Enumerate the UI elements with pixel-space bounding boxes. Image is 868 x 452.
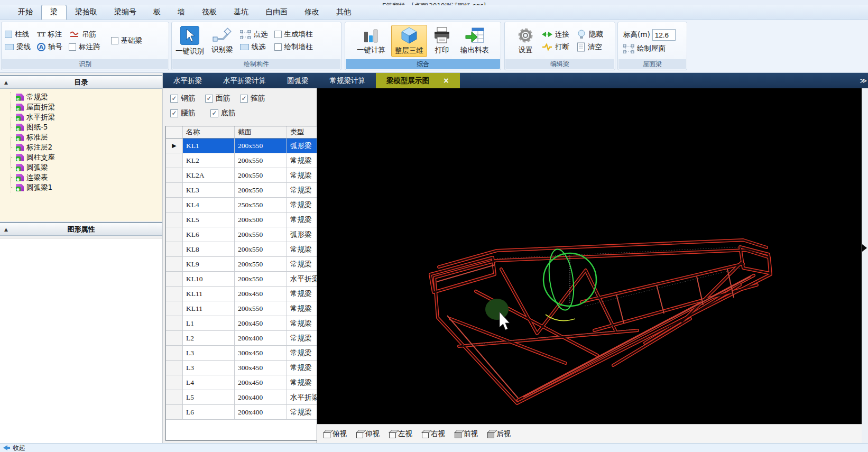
annotate-button[interactable]: TT 标注: [37, 30, 62, 39]
one-key-calc-button[interactable]: 一键计算: [353, 25, 389, 57]
bottom-view-button[interactable]: 仰视: [354, 428, 382, 440]
draw-wall-column-checkbox[interactable]: 绘制墙柱: [274, 42, 313, 52]
checkbox-checked-icon[interactable]: [170, 95, 178, 103]
menu-other[interactable]: 其他: [328, 5, 359, 20]
table-row[interactable]: L5200x400水平折梁: [166, 390, 317, 405]
checkbox-checked-icon[interactable]: [205, 95, 213, 103]
table-row[interactable]: KL11200x550常规梁: [166, 301, 317, 316]
draw-roof-button[interactable]: 绘制屋面: [620, 44, 666, 53]
draw-wall-column-checkbox-icon[interactable]: [274, 43, 282, 51]
column-header-section[interactable]: 截面: [235, 126, 287, 138]
collapse-label[interactable]: 收起: [13, 444, 25, 452]
output-material-table-button[interactable]: 输出料表: [457, 25, 493, 57]
span-annotate-checkbox-icon[interactable]: [69, 43, 76, 51]
settings-button[interactable]: 设置: [513, 25, 538, 57]
tree-item[interactable]: e屋面折梁: [11, 102, 162, 112]
filter-waist-rebar[interactable]: 腰筋: [170, 108, 313, 118]
span-annotate-checkbox[interactable]: 标注跨: [69, 42, 100, 52]
table-row[interactable]: L2200x400常规梁: [166, 331, 317, 346]
tree-item[interactable]: e圆弧梁1: [11, 182, 162, 192]
tab-arc-beam[interactable]: 圆弧梁: [276, 73, 319, 88]
point-select-button[interactable]: 点选: [240, 30, 268, 39]
full-floor-3d-button[interactable]: 整层三维: [391, 25, 427, 57]
graphic-properties-header[interactable]: ▲ 图形属性: [0, 222, 162, 236]
hide-button[interactable]: 隐藏: [577, 30, 603, 39]
menu-beam-pick[interactable]: 梁拾取: [67, 5, 106, 20]
menu-beam-number[interactable]: 梁编号: [106, 5, 145, 20]
tree-item[interactable]: e圆弧梁: [11, 162, 162, 172]
column-header-name[interactable]: 名称: [183, 126, 235, 138]
column-header-type[interactable]: 类型: [287, 126, 317, 138]
table-row[interactable]: KL6200x550弧形梁: [166, 227, 317, 242]
print-button[interactable]: 打印: [429, 25, 455, 57]
table-row[interactable]: L1200x450常规梁: [166, 316, 317, 331]
tree-item[interactable]: e水平折梁: [11, 112, 162, 122]
column-line-button[interactable]: 柱线: [5, 30, 31, 39]
tab-horizontal-fold-beam-calc[interactable]: 水平折梁计算: [213, 73, 276, 88]
tree-item[interactable]: e标注层2: [11, 142, 162, 152]
left-view-button[interactable]: 左视: [387, 428, 414, 440]
menu-wall[interactable]: 墙: [169, 5, 193, 20]
menu-modify[interactable]: 修改: [296, 5, 328, 20]
tab-close-icon[interactable]: ×: [443, 73, 449, 88]
tree-item[interactable]: e常规梁: [11, 92, 162, 102]
menu-start[interactable]: 开始: [10, 5, 41, 20]
tree-item[interactable]: e圆柱支座: [11, 152, 162, 162]
one-key-recognize-button[interactable]: 一键识别: [172, 24, 208, 58]
generate-wall-column-checkbox-icon[interactable]: [274, 31, 282, 38]
tab-overflow-chevron-icon[interactable]: ≫: [860, 73, 867, 88]
front-view-button[interactable]: 前视: [453, 428, 480, 440]
recognize-beam-button[interactable]: 识别梁: [208, 26, 237, 56]
catalog-panel-header[interactable]: ▲ 目录: [0, 75, 162, 89]
connect-button[interactable]: 连接: [542, 30, 569, 39]
beam-line-button[interactable]: 梁线: [5, 42, 31, 52]
table-row[interactable]: KL8200x550常规梁: [166, 242, 317, 257]
menu-pit[interactable]: 基坑: [225, 5, 257, 20]
table-row[interactable]: KL1200x550弧形梁: [166, 139, 317, 153]
table-row[interactable]: L6200x400常规梁: [166, 405, 317, 420]
elevation-input[interactable]: [652, 29, 676, 41]
checkbox-checked-icon[interactable]: [210, 109, 218, 117]
table-row[interactable]: L4200x450常规梁: [166, 375, 317, 390]
tree-item[interactable]: e图纸-5: [11, 122, 162, 132]
table-row[interactable]: KL9200x550常规梁: [166, 257, 317, 272]
menu-freedraw[interactable]: 自由画: [257, 5, 296, 20]
table-row[interactable]: KL3200x550常规梁: [166, 183, 317, 198]
model-3d-viewport[interactable]: [317, 88, 862, 424]
hanger-rebar-button[interactable]: 吊筋: [69, 30, 100, 39]
collapse-up-icon[interactable]: ▲: [4, 76, 8, 89]
line-select-button[interactable]: 线选: [240, 42, 268, 52]
tab-beam-model-view[interactable]: 梁模型展示图 ×: [376, 73, 460, 88]
filter-bottom-rebar[interactable]: 底筋: [210, 108, 236, 118]
menu-slab[interactable]: 板: [145, 5, 169, 20]
flyout-arrow-icon[interactable]: [862, 244, 867, 252]
menu-beam[interactable]: 梁: [41, 5, 67, 20]
tree-item[interactable]: e连梁表: [11, 172, 162, 182]
tree-item[interactable]: e标准层: [11, 132, 162, 142]
collapse-up-icon[interactable]: ▲: [4, 223, 8, 236]
foundation-beam-checkbox[interactable]: 基础梁: [111, 36, 143, 45]
break-button[interactable]: 打断: [542, 42, 569, 52]
filter-stirrup[interactable]: 箍筋: [240, 94, 265, 103]
checkbox-checked-icon[interactable]: [170, 109, 178, 117]
clear-button[interactable]: 清空: [577, 42, 603, 52]
axis-number-button[interactable]: A 轴号: [37, 42, 62, 52]
table-row[interactable]: KL2A200x550常规梁: [166, 168, 317, 183]
foundation-beam-checkbox-icon[interactable]: [111, 37, 118, 44]
filter-steel-rebar[interactable]: 钢筋: [170, 94, 196, 103]
checkbox-checked-icon[interactable]: [240, 95, 248, 103]
table-row[interactable]: L3300x450常规梁: [166, 346, 317, 361]
menu-raft[interactable]: 筏板: [193, 5, 225, 20]
tab-regular-beam-calc[interactable]: 常规梁计算: [319, 73, 376, 88]
table-row[interactable]: L3300x450常规梁: [166, 361, 317, 375]
generate-wall-column-checkbox[interactable]: 生成墙柱: [274, 30, 313, 39]
table-row[interactable]: KL11200x450常规梁: [166, 287, 317, 301]
top-view-button[interactable]: 俯视: [321, 428, 349, 440]
table-row[interactable]: KL5200x500常规梁: [166, 213, 317, 227]
tab-horizontal-fold-beam[interactable]: 水平折梁: [163, 73, 213, 88]
back-view-button[interactable]: 后视: [485, 428, 513, 440]
table-row[interactable]: KL4250x550常规梁: [166, 198, 317, 213]
filter-top-rebar[interactable]: 面筋: [205, 94, 230, 103]
table-row[interactable]: KL10200x550水平折梁: [166, 272, 317, 287]
table-row[interactable]: KL2200x550常规梁: [166, 153, 317, 168]
